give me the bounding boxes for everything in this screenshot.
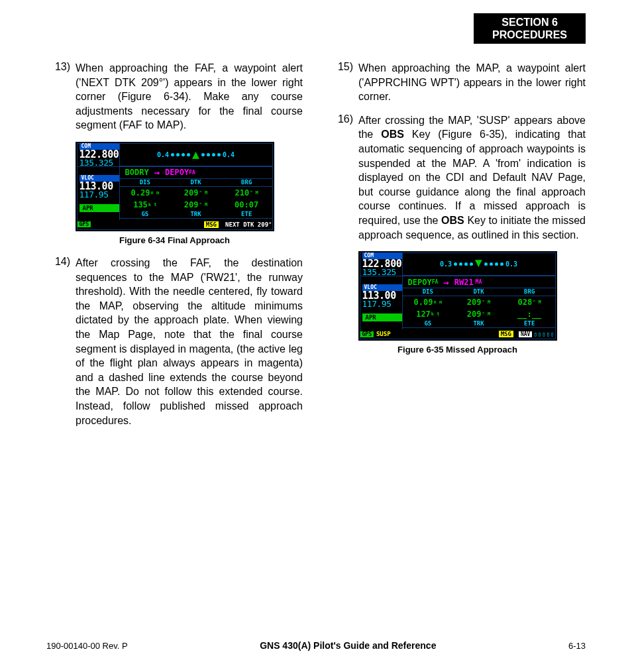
page-footer: 190-00140-00 Rev. P GNS 430(A) Pilot's G… [46, 640, 586, 651]
msg-annunciator: MSG [204, 221, 219, 228]
step-text: After crossing the FAF, the destination … [76, 256, 303, 427]
figure-6-35-panel: COM 122.800 135.325 0.3 ▲ 0.3 [358, 251, 557, 341]
gps-indicator: GPS [360, 331, 374, 337]
step-16: 16) After crossing the MAP, 'SUSP' appea… [329, 113, 586, 242]
vloc-standby-freq: 117.95 [362, 300, 402, 308]
data-headers-2: GS TRK ETE [403, 320, 555, 328]
data-row-2: 127k t 209° M __:__ [403, 308, 555, 320]
footer-pagenum: 6-13 [568, 641, 586, 651]
waypoint-alert: NEXT DTK 209° [225, 221, 272, 228]
data-headers-1: DIS DTK BRG [403, 288, 555, 296]
figure-6-34-caption: Figure 6-34 Final Approach [46, 235, 303, 245]
footer-title: GNS 430(A) Pilot's Guide and Reference [260, 640, 436, 651]
com-standby-freq: 135.325 [79, 159, 119, 167]
step-15: 15) When approaching the MAP, a waypoint… [329, 61, 586, 104]
step-number: 15) [329, 61, 358, 104]
cdi-indicator: 0.4 ▲ 0.4 [120, 144, 272, 166]
annunciator-bar: GPS SUSP MSG NAV ▯▯▯▯▯ [360, 329, 555, 339]
step-number: 16) [329, 113, 358, 242]
section-number: SECTION 6 [492, 16, 567, 28]
leg-arrow-icon: → [443, 277, 448, 288]
step-14: 14) After crossing the FAF, the destinat… [46, 256, 303, 427]
figure-6-34-panel: COM 122.800 135.325 0.4 ▲ 0.4 [76, 142, 274, 231]
section-header: SECTION 6 PROCEDURES [474, 13, 586, 44]
cdi-indicator: 0.3 ▲ 0.3 [403, 253, 555, 276]
figure-6-35-caption: Figure 6-35 Missed Approach [329, 345, 586, 355]
data-row-1: 0.29n m 209° M 210° M [120, 187, 272, 199]
active-leg: BODRY → DEPOYFA [120, 167, 272, 179]
page-group-indicator: ▯▯▯▯▯ [533, 331, 554, 337]
msg-annunciator: MSG [499, 331, 513, 337]
section-title: PROCEDURES [492, 28, 567, 41]
leg-arrow-icon: → [154, 167, 160, 178]
vloc-standby-freq: 117.95 [79, 191, 119, 199]
nav-page-indicator: NAV [519, 331, 532, 337]
step-number: 14) [46, 256, 76, 427]
content-columns: 13) When approaching the FAF, a waypoint… [46, 61, 586, 437]
step-text: When approaching the MAP, a waypoint ale… [358, 61, 586, 104]
com-standby-freq: 135.325 [362, 268, 402, 276]
annunciator-bar: GPS MSG NEXT DTK 209° [78, 220, 272, 229]
cdi-needle-icon: ▲ [192, 150, 199, 159]
susp-annunciator: SUSP [376, 331, 391, 337]
obs-key-ref: OBS [381, 129, 404, 140]
active-leg: DEPOYFA → RW21MA [403, 276, 555, 288]
cdi-needle-from-icon: ▲ [475, 260, 482, 269]
data-headers-1: DIS DTK BRG [120, 179, 272, 187]
gps-indicator: GPS [78, 221, 91, 227]
left-column: 13) When approaching the FAF, a waypoint… [46, 61, 303, 437]
step-text: When approaching the FAF, a waypoint ale… [76, 61, 303, 133]
step-text: After crossing the MAP, 'SUSP' appears a… [358, 113, 586, 242]
data-row-1: 0.09n m 209° M 028° M [403, 296, 555, 308]
apr-indicator: APR [79, 204, 119, 212]
data-headers-2: GS TRK ETE [120, 211, 272, 219]
obs-key-ref: OBS [441, 215, 464, 226]
data-row-2: 135k t 209° M 00:07 [120, 199, 272, 211]
step-13: 13) When approaching the FAF, a waypoint… [46, 61, 303, 133]
step-number: 13) [46, 61, 76, 133]
footer-docnum: 190-00140-00 Rev. P [46, 641, 128, 651]
apr-indicator: APR [362, 313, 402, 321]
right-column: 15) When approaching the MAP, a waypoint… [329, 61, 586, 437]
